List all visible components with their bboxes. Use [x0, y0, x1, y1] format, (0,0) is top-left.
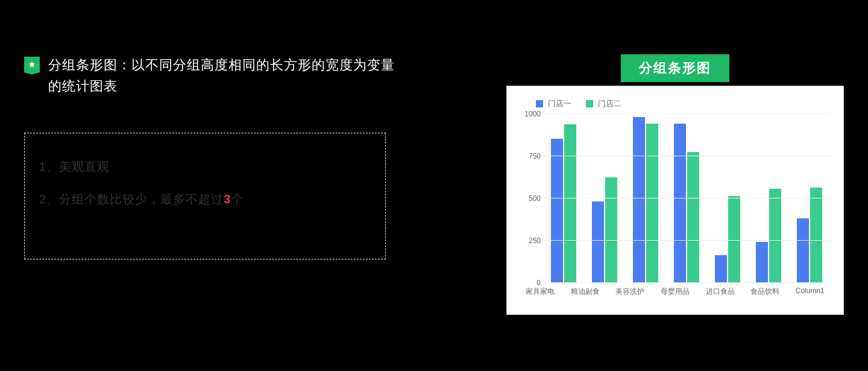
- bar: [687, 152, 699, 282]
- bar: [592, 201, 604, 282]
- bar-group: [584, 177, 625, 282]
- chart-legend: 门店一 门店二: [536, 98, 832, 109]
- x-tick-label: 粮油副食: [563, 287, 608, 297]
- y-tick-label: 250: [518, 236, 541, 245]
- bar-group: [666, 124, 707, 282]
- x-tick-label: Column1: [787, 287, 832, 297]
- hint-2: 2、分组个数比较少，最多不超过3个: [39, 190, 371, 208]
- legend-item-2: 门店二: [586, 98, 621, 109]
- bar: [728, 196, 740, 282]
- bar: [810, 188, 822, 282]
- hint-1: 1、美观直观: [39, 157, 371, 176]
- x-tick-label: 进口食品: [697, 287, 743, 297]
- bar-group: [789, 188, 830, 282]
- gridline: [543, 198, 830, 198]
- hint-2-prefix: 2、分组个数比较少，最多不超过: [39, 192, 224, 206]
- bar: [797, 218, 809, 282]
- bar-group: [543, 124, 584, 282]
- plot-area: 02505007501000: [543, 114, 830, 283]
- gridline: [543, 156, 830, 156]
- bar: [633, 117, 645, 282]
- title-row: 分组条形图：以不同分组高度相同的长方形的宽度为变量的统计图表: [24, 54, 398, 97]
- chart-definition-title: 分组条形图：以不同分组高度相同的长方形的宽度为变量的统计图表: [48, 54, 398, 97]
- star-icon: [24, 57, 40, 72]
- bars-area: [543, 114, 830, 283]
- y-tick-label: 500: [518, 194, 541, 203]
- x-tick-label: 美容洗护: [608, 287, 653, 297]
- legend-swatch-blue: [536, 100, 543, 107]
- bar: [646, 124, 658, 282]
- legend-item-1: 门店一: [536, 98, 571, 109]
- bar-group: [748, 189, 789, 282]
- gridline: [543, 113, 830, 114]
- bar: [674, 124, 686, 282]
- legend-label-2: 门店二: [598, 98, 621, 109]
- grouped-bar-chart: 门店一 门店二 02505007501000 家具家电粮油副食美容洗护母婴用品进…: [506, 86, 844, 315]
- bar: [715, 255, 727, 282]
- bar-group: [707, 196, 748, 282]
- chart-title-badge: 分组条形图: [621, 54, 729, 82]
- bar: [605, 177, 617, 282]
- x-tick-label: 家具家电: [518, 287, 563, 297]
- y-tick-label: 1000: [518, 110, 541, 118]
- bar-group: [625, 117, 666, 282]
- usage-hints-box: 1、美观直观 2、分组个数比较少，最多不超过3个: [24, 133, 386, 259]
- x-tick-label: 母婴用品: [653, 287, 698, 297]
- hint-2-highlight: 3: [224, 192, 231, 206]
- x-tick-label: 食品饮料: [743, 287, 788, 297]
- bar: [769, 189, 781, 282]
- x-axis-labels: 家具家电粮油副食美容洗护母婴用品进口食品食品饮料Column1: [518, 287, 832, 297]
- y-tick-label: 750: [518, 152, 541, 160]
- hint-2-suffix: 个: [231, 192, 244, 206]
- gridline: [543, 282, 830, 283]
- bar: [551, 139, 563, 282]
- bar: [564, 124, 576, 282]
- legend-swatch-green: [586, 100, 593, 107]
- bar: [756, 242, 768, 282]
- legend-label-1: 门店一: [548, 98, 571, 109]
- gridline: [543, 240, 830, 241]
- y-tick-label: 0: [518, 279, 541, 287]
